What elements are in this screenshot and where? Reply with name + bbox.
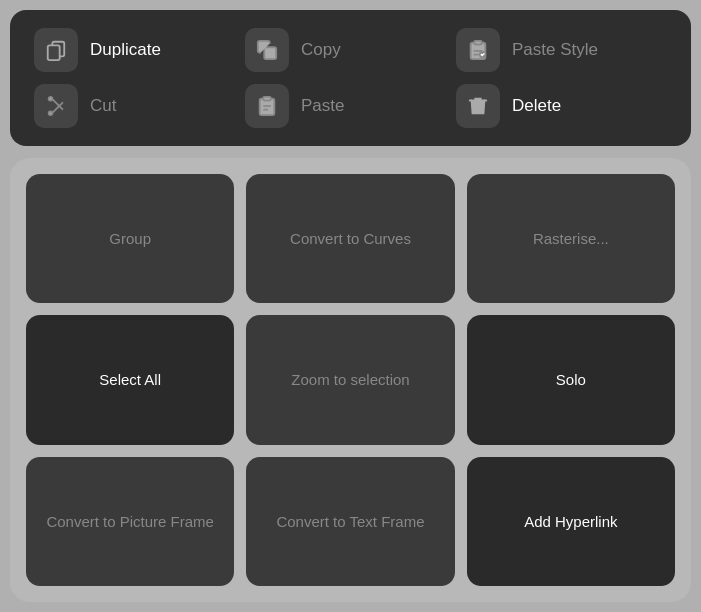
convert-curves-label: Convert to Curves: [290, 229, 411, 249]
group-button[interactable]: Group: [26, 174, 234, 303]
grid-row-1: Group Convert to Curves Rasterise...: [26, 174, 675, 303]
solo-button[interactable]: Solo: [467, 315, 675, 444]
rasterise-button[interactable]: Rasterise...: [467, 174, 675, 303]
copy-label: Copy: [301, 40, 341, 60]
zoom-selection-button[interactable]: Zoom to selection: [246, 315, 454, 444]
convert-picture-button[interactable]: Convert to Picture Frame: [26, 457, 234, 586]
svg-rect-1: [48, 45, 60, 60]
paste-style-icon: [456, 28, 500, 72]
paste-label: Paste: [301, 96, 344, 116]
copy-icon: [245, 28, 289, 72]
copy-button[interactable]: Copy: [245, 28, 456, 72]
add-hyperlink-label: Add Hyperlink: [524, 512, 617, 532]
svg-rect-2: [264, 47, 276, 59]
duplicate-label: Duplicate: [90, 40, 161, 60]
group-label: Group: [109, 229, 151, 249]
delete-button[interactable]: Delete: [456, 84, 667, 128]
top-panel: Duplicate Copy Pa: [10, 10, 691, 146]
convert-picture-label: Convert to Picture Frame: [46, 512, 214, 532]
top-row-1: Duplicate Copy Pa: [34, 28, 667, 72]
duplicate-button[interactable]: Duplicate: [34, 28, 245, 72]
svg-rect-9: [263, 97, 270, 101]
paste-button[interactable]: Paste: [245, 84, 456, 128]
duplicate-icon: [34, 28, 78, 72]
paste-style-button[interactable]: Paste Style: [456, 28, 667, 72]
add-hyperlink-button[interactable]: Add Hyperlink: [467, 457, 675, 586]
solo-label: Solo: [556, 370, 586, 390]
grid-row-2: Select All Zoom to selection Solo: [26, 315, 675, 444]
top-row-2: Cut Paste: [34, 84, 667, 128]
convert-curves-button[interactable]: Convert to Curves: [246, 174, 454, 303]
grid-row-3: Convert to Picture Frame Convert to Text…: [26, 457, 675, 586]
cut-button[interactable]: Cut: [34, 84, 245, 128]
cut-icon: [34, 84, 78, 128]
svg-rect-3: [474, 41, 481, 45]
paste-icon: [245, 84, 289, 128]
convert-text-label: Convert to Text Frame: [276, 512, 424, 532]
bottom-panel: Group Convert to Curves Rasterise... Sel…: [10, 158, 691, 602]
delete-label: Delete: [512, 96, 561, 116]
zoom-selection-label: Zoom to selection: [291, 370, 409, 390]
paste-style-label: Paste Style: [512, 40, 598, 60]
select-all-button[interactable]: Select All: [26, 315, 234, 444]
convert-text-button[interactable]: Convert to Text Frame: [246, 457, 454, 586]
select-all-label: Select All: [99, 370, 161, 390]
cut-label: Cut: [90, 96, 116, 116]
delete-icon: [456, 84, 500, 128]
rasterise-label: Rasterise...: [533, 229, 609, 249]
